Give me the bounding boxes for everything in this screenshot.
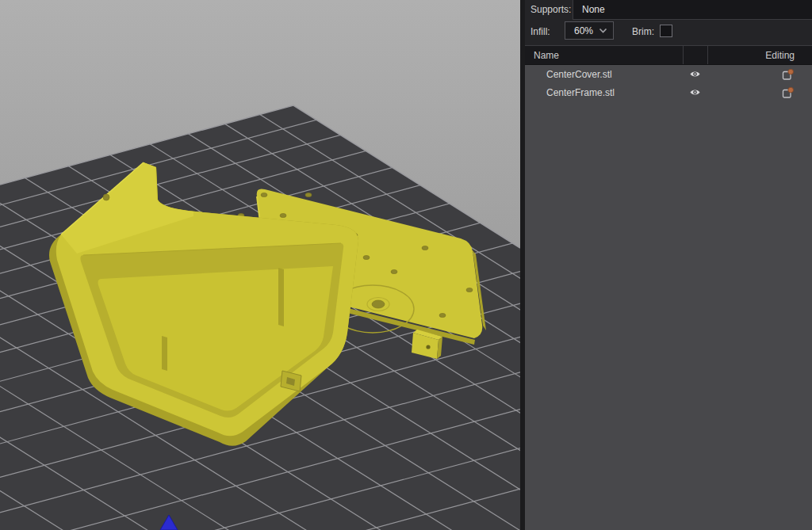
chevron-down-icon bbox=[599, 28, 607, 33]
brim-label: Brim: bbox=[632, 26, 654, 37]
supports-value: None bbox=[582, 4, 605, 15]
edit-badge-icon bbox=[781, 68, 795, 81]
edit-object-button[interactable] bbox=[781, 86, 795, 99]
3d-viewport[interactable] bbox=[0, 0, 520, 530]
scene-canvas[interactable] bbox=[0, 0, 520, 530]
brim-checkbox[interactable] bbox=[660, 25, 672, 37]
object-list-header: Name Editing bbox=[525, 45, 812, 65]
eye-icon bbox=[689, 70, 701, 78]
column-header-visibility bbox=[683, 46, 708, 64]
edit-badge-icon bbox=[781, 86, 795, 99]
supports-label: Supports: bbox=[530, 4, 571, 15]
supports-select[interactable]: None bbox=[573, 0, 812, 20]
right-panel: Supports: None Infill: 60% Brim: Name Ed… bbox=[520, 0, 812, 530]
edit-object-button[interactable] bbox=[781, 68, 795, 81]
visibility-toggle[interactable] bbox=[689, 70, 701, 78]
column-header-name: Name bbox=[525, 50, 683, 61]
object-name: CenterFrame.stl bbox=[525, 87, 683, 98]
infill-value: 60% bbox=[574, 25, 593, 36]
infill-label: Infill: bbox=[530, 26, 550, 37]
object-row-centerframe[interactable]: CenterFrame.stl bbox=[525, 83, 812, 101]
infill-select[interactable]: 60% bbox=[565, 21, 614, 40]
print-settings-bar: Supports: None Infill: 60% Brim: bbox=[525, 0, 812, 45]
visibility-toggle[interactable] bbox=[689, 88, 701, 97]
object-row-centercover[interactable]: CenterCover.stl bbox=[525, 65, 812, 83]
object-name: CenterCover.stl bbox=[525, 69, 683, 80]
column-header-editing: Editing bbox=[708, 46, 812, 64]
eye-icon bbox=[689, 88, 701, 97]
slicer-window: Supports: None Infill: 60% Brim: Name Ed… bbox=[0, 0, 812, 530]
